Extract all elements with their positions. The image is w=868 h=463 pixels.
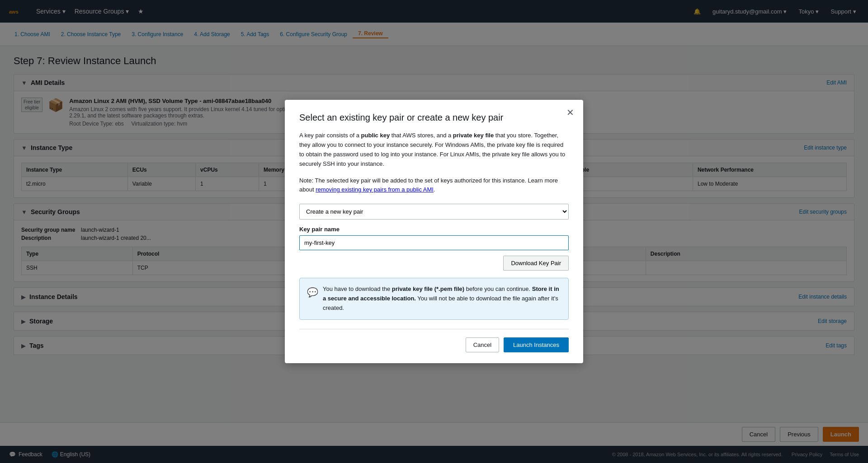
modal-overlay: Select an existing key pair or create a … bbox=[0, 0, 868, 415]
key-pair-name-label: Key pair name bbox=[299, 226, 569, 233]
modal-footer: Cancel Launch Instances bbox=[299, 337, 569, 352]
modal-title: Select an existing key pair or create a … bbox=[299, 112, 569, 123]
remove-key-pairs-link[interactable]: removing existing key pairs from a publi… bbox=[316, 186, 434, 193]
download-key-pair-button[interactable]: Download Key Pair bbox=[503, 256, 569, 271]
bold-public-key: public key bbox=[361, 132, 390, 139]
modal-close-button[interactable]: ✕ bbox=[566, 108, 574, 117]
key-pair-modal: Select an existing key pair or create a … bbox=[285, 100, 583, 363]
modal-alert-box: 💬 You have to download the private key f… bbox=[299, 278, 569, 319]
alert-text: You have to download the private key fil… bbox=[323, 285, 561, 313]
modal-cancel-button[interactable]: Cancel bbox=[466, 337, 499, 352]
modal-note-text: Note: The selected key pair will be adde… bbox=[299, 176, 569, 195]
download-key-pair-row: Download Key Pair bbox=[299, 256, 569, 271]
alert-icon: 💬 bbox=[307, 285, 318, 299]
launch-instances-button[interactable]: Launch Instances bbox=[504, 337, 569, 352]
key-pair-type-row: Create a new key pair Choose an existing… bbox=[299, 204, 569, 220]
key-pair-name-input[interactable] bbox=[299, 235, 569, 250]
key-pair-name-row: Key pair name bbox=[299, 226, 569, 250]
bold-private-key: private key file bbox=[453, 132, 494, 139]
modal-divider bbox=[299, 329, 569, 329]
modal-body-text: A key pair consists of a public key that… bbox=[299, 131, 569, 168]
bold-pem: private key file (*.pem file) bbox=[392, 285, 464, 292]
key-pair-type-select[interactable]: Create a new key pair Choose an existing… bbox=[299, 204, 569, 220]
